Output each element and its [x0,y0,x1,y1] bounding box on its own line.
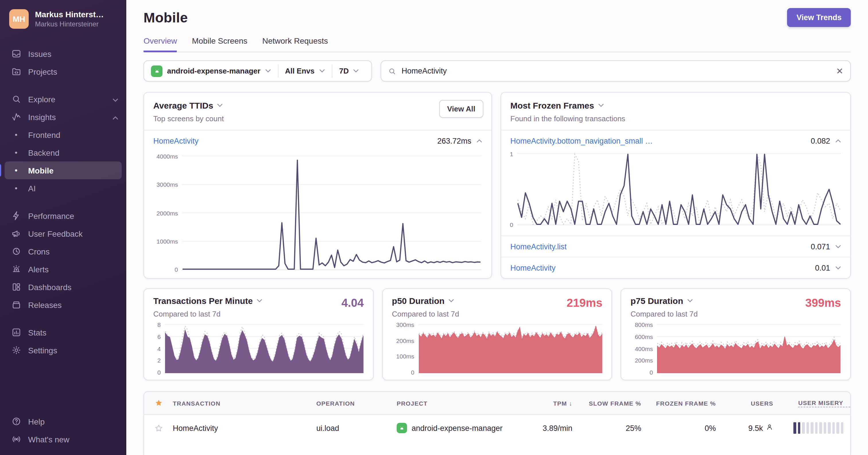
card-title[interactable]: Transactions Per Minute [153,296,364,306]
expand-icon[interactable] [835,245,841,249]
chevron-down-icon [448,299,454,303]
sidebar-item-explore[interactable]: Explore [0,90,126,108]
pulse-icon [10,112,22,122]
sidebar-item-whats-new[interactable]: What's new [0,430,126,448]
sidebar-item-mobile[interactable]: • Mobile [5,162,122,179]
y-axis-labels: 300ms200ms100ms0 [392,321,418,376]
date-range-filter[interactable]: 7D [332,61,366,81]
col-slow-frame[interactable]: SLOW FRAME % [575,400,644,406]
y-axis-labels: 10 [506,150,517,228]
p75-duration-card: p75 Duration 399ms Compared to last 7d 8… [621,288,851,380]
tab-network-requests[interactable]: Network Requests [262,36,328,52]
projects-icon [10,67,22,77]
sidebar-item-backend[interactable]: • Backend [0,144,126,162]
sort-desc-icon: ↓ [569,400,572,406]
frozen-frames-chart: 10 [501,151,850,235]
avatar: MH [9,9,29,29]
app-window: MH Markus Hinterst… Markus Hintersteiner… [0,0,868,455]
col-tpm[interactable]: TPM ↓ [534,400,575,406]
search-input[interactable] [402,67,831,75]
environment-filter[interactable]: All Envs [278,61,332,81]
sidebar-item-releases[interactable]: Releases [0,296,126,314]
transaction-link[interactable]: HomeActivity.bottom_navigation_small … [510,137,653,145]
tpm-cell: 3.89/min [534,424,575,432]
user-misery-bars [794,422,850,434]
sidebar-nav: Issues Projects Explore Insights • Front… [0,45,126,448]
card-subtitle: Top screens by count [153,114,482,123]
collapse-icon[interactable] [476,139,482,143]
table-header-row: TRANSACTION OPERATION PROJECT TPM ↓ SLOW… [144,392,850,415]
project-cell[interactable]: android-expense-manager [397,423,534,433]
sidebar-item-user-feedback[interactable]: User Feedback [0,225,126,243]
star-icon[interactable] [154,399,163,407]
col-operation[interactable]: OPERATION [316,400,397,406]
sidebar-item-ai[interactable]: • AI [0,179,126,197]
tab-overview[interactable]: Overview [144,36,177,52]
sidebar-item-dashboards[interactable]: Dashboards [0,278,126,296]
sidebar-footer: Help What's new [0,413,126,448]
chevron-down-icon [265,69,271,73]
sidebar: MH Markus Hinterst… Markus Hintersteiner… [0,0,126,455]
p50-duration-card: p50 Duration 219ms Compared to last 7d 3… [382,288,612,380]
transaction-link[interactable]: HomeActivity.list [510,242,567,251]
col-users[interactable]: USERS [718,400,776,406]
sidebar-item-insights[interactable]: Insights [0,108,126,126]
average-ttids-card: Average TTIDs Top screens by count View … [144,92,492,279]
frozen-frame-cell: 0% [644,424,718,432]
bullet-icon: • [10,144,22,162]
org-switcher[interactable]: MH Markus Hinterst… Markus Hintersteiner [0,9,126,29]
tpm-value: 4.04 [341,296,364,310]
broadcast-icon [10,434,22,444]
sidebar-item-projects[interactable]: Projects [0,63,126,80]
view-all-button[interactable]: View All [439,100,484,118]
frozen-row-bottom-navigation[interactable]: HomeActivity.bottom_navigation_small … 0… [501,131,850,151]
col-transaction[interactable]: TRANSACTION [173,400,316,406]
user-name: Markus Hinterst… [35,10,104,19]
frozen-row-homeactivity[interactable]: HomeActivity 0.01 [501,257,850,278]
card-title[interactable]: Most Frozen Frames [510,101,841,110]
clear-search-icon[interactable]: ✕ [836,66,843,76]
table-row[interactable]: HomeActivity ui.load android-expense-man… [144,415,850,441]
sidebar-item-issues[interactable]: Issues [0,45,126,63]
transaction-link[interactable]: HomeActivity [153,137,198,145]
card-subtitle: Compared to last 7d [392,310,602,318]
expand-icon[interactable] [835,266,841,270]
p50-chart: 300ms200ms100ms0 [392,324,602,374]
chevron-down-icon [687,299,693,303]
collapse-icon[interactable] [835,139,841,143]
sidebar-item-crons[interactable]: Crons [0,243,126,260]
col-user-misery[interactable]: USER MISERY [798,399,850,407]
chevron-down-icon [113,94,118,104]
tab-mobile-screens[interactable]: Mobile Screens [192,36,247,52]
sidebar-item-help[interactable]: Help [0,413,126,430]
main-content: Mobile View Trends Overview Mobile Scree… [126,0,868,455]
sidebar-item-settings[interactable]: Settings [0,341,126,359]
sidebar-item-alerts[interactable]: Alerts [0,260,126,278]
star-outline-icon[interactable] [154,424,163,432]
frozen-row-list[interactable]: HomeActivity.list 0.071 [501,236,850,257]
project-filter[interactable]: android-expense-manager [151,61,278,81]
search-bar: ✕ [381,60,851,82]
col-project[interactable]: PROJECT [397,400,534,406]
ttid-row-homeactivity[interactable]: HomeActivity 263.72ms [144,131,491,151]
search-icon [10,94,22,104]
card-title[interactable]: Average TTIDs [153,101,482,110]
clock-icon [10,247,22,256]
chevron-down-icon [598,104,604,108]
operation-cell: ui.load [316,424,397,432]
archive-icon [10,300,22,310]
card-subtitle: Compared to last 7d [153,310,364,318]
sidebar-item-frontend[interactable]: • Frontend [0,126,126,144]
sidebar-item-performance[interactable]: Performance [0,207,126,225]
col-frozen-frame[interactable]: FROZEN FRAME % [644,400,718,406]
p75-value: 399ms [805,296,841,310]
android-icon [151,65,162,77]
view-trends-button[interactable]: View Trends [787,8,851,27]
transaction-link[interactable]: HomeActivity [173,424,316,432]
user-icon [766,423,773,433]
sidebar-item-stats[interactable]: Stats [0,323,126,341]
transactions-table: TRANSACTION OPERATION PROJECT TPM ↓ SLOW… [144,391,851,455]
transaction-link[interactable]: HomeActivity [510,263,556,272]
project-link[interactable]: android-expense-manager [412,424,503,432]
card-subtitle: Compared to last 7d [631,310,841,318]
